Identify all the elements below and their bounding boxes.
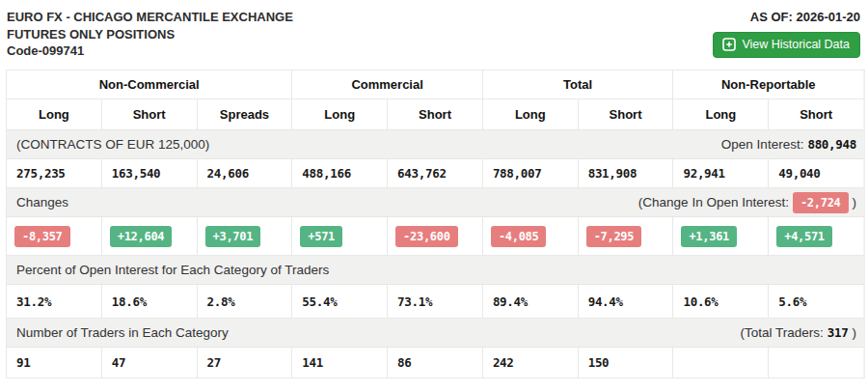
change-badge: +4,571	[776, 226, 832, 247]
col-header: Long	[483, 99, 579, 129]
traders-value: 91	[7, 348, 102, 378]
percent-value: 73.1%	[388, 285, 483, 318]
position-value: 831,908	[579, 159, 674, 187]
position-value: 788,007	[483, 159, 579, 187]
change-badge: +3,701	[205, 226, 261, 247]
changes-label: Changes	[16, 195, 68, 210]
calendar-plus-icon	[722, 38, 736, 51]
position-value: 24,606	[198, 159, 293, 187]
header-right: AS OF: 2026-01-20 View Historical Data	[713, 10, 860, 58]
percents-row: 31.2% 18.6% 2.8% 55.4% 73.1% 89.4% 94.4%…	[7, 285, 864, 319]
traders-value: 141	[292, 348, 388, 378]
traders-band-label: Number of Traders in Each Category	[16, 325, 229, 340]
percent-value: 18.6%	[102, 285, 198, 318]
percent-value: 89.4%	[483, 285, 579, 318]
view-historical-data-label: View Historical Data	[742, 38, 850, 51]
group-header-row: Non-Commercial Commercial Total Non-Repo…	[7, 70, 864, 99]
group-header-commercial: Commercial	[292, 70, 483, 98]
col-header: Short	[388, 99, 483, 129]
group-header-total: Total	[483, 70, 674, 98]
contracts-label: (CONTRACTS OF EUR 125,000)	[16, 137, 209, 152]
changes-band: Changes (Change In Open Interest: -2,724…	[7, 188, 864, 217]
changes-row: -8,357 +12,604 +3,701 +571 -23,600 -4,08…	[7, 217, 864, 256]
traders-value: 242	[483, 348, 579, 378]
open-interest-label: Open Interest:	[721, 137, 804, 152]
open-interest-value: 880,948	[807, 137, 856, 152]
change-badge: +571	[300, 226, 342, 247]
column-header-row: Long Short Spreads Long Short Long Short…	[7, 99, 864, 130]
traders-value	[769, 348, 864, 378]
change-badge: +1,361	[681, 226, 737, 247]
total-traders-value: 317	[827, 325, 849, 340]
traders-value: 47	[102, 348, 198, 378]
traders-value: 150	[579, 348, 674, 378]
col-header: Short	[769, 99, 864, 129]
contracts-band: (CONTRACTS OF EUR 125,000) Open Interest…	[7, 130, 864, 159]
position-value: 163,540	[102, 159, 198, 187]
report-header: EURO FX - CHICAGO MERCANTILE EXCHANGE FU…	[0, 0, 868, 70]
positions-row: 275,235 163,540 24,606 488,166 643,762 7…	[7, 159, 864, 188]
traders-band: Number of Traders in Each Category (Tota…	[7, 319, 864, 348]
percent-value: 94.4%	[579, 285, 674, 318]
total-traders: (Total Traders: 317)	[741, 325, 856, 340]
group-header-non-commercial: Non-Commercial	[7, 70, 292, 98]
change-in-open-interest: (Change In Open Interest: -2,724 )	[638, 192, 856, 213]
traders-value: 86	[388, 348, 483, 378]
open-interest: Open Interest: 880,948	[721, 137, 856, 152]
traders-row: 91 47 27 141 86 242 150	[7, 348, 864, 378]
position-value: 92,941	[673, 159, 769, 187]
percent-value: 10.6%	[673, 285, 769, 318]
position-value: 643,762	[388, 159, 483, 187]
percent-band: Percent of Open Interest for Each Catego…	[7, 256, 864, 285]
col-header: Long	[673, 99, 769, 129]
percent-value: 5.6%	[769, 285, 864, 318]
position-value: 49,040	[769, 159, 864, 187]
percent-value: 31.2%	[7, 285, 102, 318]
as-of-date: AS OF: 2026-01-20	[713, 10, 860, 24]
total-traders-suffix: )	[853, 325, 857, 340]
traders-value: 27	[198, 348, 293, 378]
percent-value: 2.8%	[198, 285, 293, 318]
traders-value	[673, 348, 769, 378]
change-badge: -8,357	[14, 226, 70, 247]
percent-band-label: Percent of Open Interest for Each Catego…	[16, 263, 329, 277]
change-oi-badge: -2,724	[793, 192, 849, 213]
total-traders-prefix: (Total Traders:	[741, 325, 824, 340]
change-badge: -23,600	[395, 226, 457, 247]
col-header: Spreads	[198, 99, 293, 129]
col-header: Long	[7, 99, 102, 129]
change-badge: -7,295	[586, 226, 642, 247]
change-oi-prefix: (Change In Open Interest:	[638, 195, 789, 210]
view-historical-data-button[interactable]: View Historical Data	[713, 32, 860, 58]
position-value: 275,235	[7, 159, 102, 187]
change-badge: -4,085	[491, 226, 547, 247]
col-header: Short	[579, 99, 674, 129]
col-header: Short	[102, 99, 198, 129]
col-header: Long	[292, 99, 388, 129]
cot-report-table: Non-Commercial Commercial Total Non-Repo…	[6, 70, 865, 378]
change-badge: +12,604	[110, 226, 172, 247]
position-value: 488,166	[292, 159, 388, 187]
percent-value: 55.4%	[292, 285, 388, 318]
group-header-non-reportable: Non-Reportable	[673, 70, 864, 98]
change-oi-suffix: )	[853, 195, 857, 210]
